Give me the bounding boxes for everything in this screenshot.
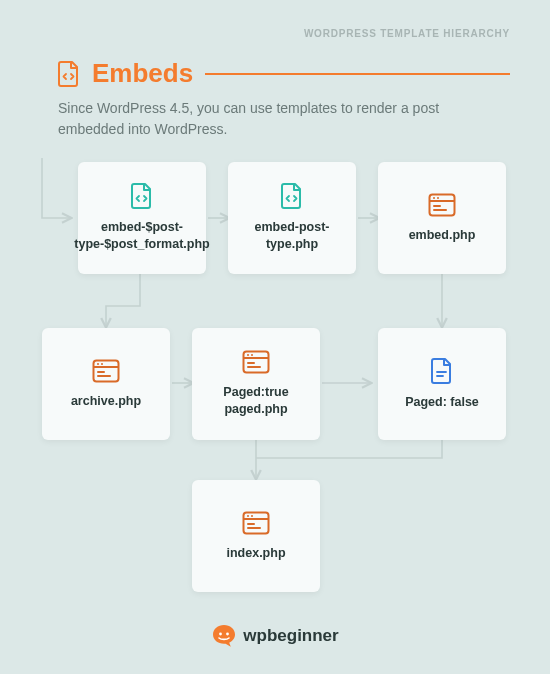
node-index-php: index.php	[192, 480, 320, 592]
browser-icon	[92, 359, 120, 383]
svg-point-3	[437, 197, 439, 199]
svg-rect-11	[97, 375, 111, 377]
node-label: embed-$post-type-$post_format.php	[74, 219, 209, 253]
svg-point-14	[247, 354, 249, 356]
title-row: Embeds	[58, 58, 510, 89]
node-paged-true: Paged:true paged.php	[192, 328, 320, 440]
node-embed-php: embed.php	[378, 162, 506, 274]
node-embed-posttype-postformat: embed-$post-type-$post_format.php	[78, 162, 206, 274]
svg-point-15	[251, 354, 253, 356]
diagram: embed-$post-type-$post_format.php embed-…	[0, 158, 550, 598]
page-title: Embeds	[92, 58, 193, 89]
file-code-icon	[281, 183, 303, 209]
svg-rect-5	[433, 209, 447, 211]
svg-rect-16	[247, 362, 255, 364]
node-label: embed-post-type.php	[234, 219, 350, 253]
svg-rect-17	[247, 366, 261, 368]
svg-rect-4	[433, 205, 441, 207]
svg-point-8	[97, 363, 99, 365]
title-rule	[205, 73, 510, 75]
svg-rect-25	[247, 527, 261, 529]
page-description: Since WordPress 4.5, you can use templat…	[58, 98, 500, 140]
svg-point-23	[251, 515, 253, 517]
footer-brand: wpbeginner	[243, 626, 338, 646]
footer: wpbeginner	[0, 624, 550, 648]
svg-point-2	[433, 197, 435, 199]
file-code-icon	[131, 183, 153, 209]
svg-point-26	[219, 633, 222, 636]
browser-icon	[428, 193, 456, 217]
file-code-icon	[58, 61, 80, 87]
svg-rect-24	[247, 523, 255, 525]
browser-icon	[242, 511, 270, 535]
node-label: archive.php	[71, 393, 141, 410]
browser-icon	[242, 350, 270, 374]
node-archive-php: archive.php	[42, 328, 170, 440]
wpbeginner-logo-icon	[211, 624, 237, 648]
node-label: Paged:true paged.php	[198, 384, 314, 418]
node-embed-posttype: embed-post-type.php	[228, 162, 356, 274]
file-icon	[431, 358, 453, 384]
svg-point-9	[101, 363, 103, 365]
page-subtitle: WORDPRESS TEMPLATE HIERARCHY	[304, 28, 510, 39]
node-label: Paged: false	[405, 394, 479, 411]
svg-point-22	[247, 515, 249, 517]
node-paged-false: Paged: false	[378, 328, 506, 440]
svg-point-27	[226, 633, 229, 636]
node-label: index.php	[226, 545, 285, 562]
node-label: embed.php	[409, 227, 476, 244]
svg-rect-10	[97, 371, 105, 373]
